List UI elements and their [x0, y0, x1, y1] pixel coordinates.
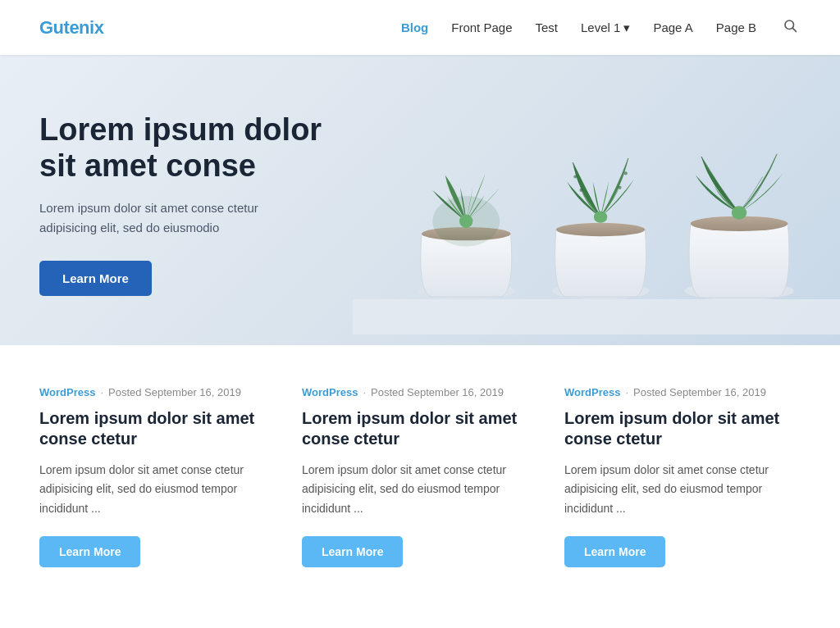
svg-point-9: [556, 223, 646, 236]
svg-point-13: [624, 171, 628, 175]
card-body: Lorem ipsum dolor sit amet conse ctetur …: [39, 461, 276, 517]
plants-svg: [353, 55, 840, 345]
blog-card: WordPress · Posted September 16, 2019 Lo…: [564, 386, 801, 573]
card-body: Lorem ipsum dolor sit amet conse ctetur …: [564, 461, 801, 517]
hero-title: Lorem ipsum dolorsit amet conse: [39, 112, 322, 184]
card-cta-button[interactable]: Learn More: [302, 536, 403, 567]
card-title: Lorem ipsum dolor sit amet conse ctetur: [564, 408, 801, 449]
site-logo[interactable]: Gutenix: [39, 17, 103, 39]
blog-section: WordPress · Posted September 16, 2019 Lo…: [0, 345, 840, 622]
card-meta: WordPress · Posted September 16, 2019: [564, 386, 801, 398]
nav-item-frontpage[interactable]: Front Page: [451, 20, 512, 34]
card-cta-button[interactable]: Learn More: [39, 536, 140, 567]
card-cta-button[interactable]: Learn More: [564, 536, 665, 567]
card-body: Lorem ipsum dolor sit amet conse ctetur …: [302, 461, 538, 517]
card-meta: WordPress · Posted September 16, 2019: [39, 386, 276, 398]
meta-dot: ·: [100, 386, 103, 398]
hero-content: Lorem ipsum dolorsit amet conse Lorem ip…: [39, 112, 322, 296]
chevron-down-icon: ▾: [623, 20, 630, 35]
svg-rect-19: [353, 299, 840, 334]
search-icon: [783, 18, 797, 33]
hero-description: Lorem ipsum dolor sit amet conse ctetur …: [39, 198, 302, 238]
main-nav: Blog Front Page Test Level 1 ▾ Page A Pa…: [401, 15, 801, 40]
svg-point-18: [732, 206, 746, 219]
nav-item-test[interactable]: Test: [536, 20, 559, 34]
card-date: Posted September 16, 2019: [371, 386, 504, 398]
card-title: Lorem ipsum dolor sit amet conse ctetur: [39, 408, 276, 449]
card-meta: WordPress · Posted September 16, 2019: [302, 386, 538, 398]
card-category[interactable]: WordPress: [564, 386, 620, 398]
svg-point-6: [459, 215, 472, 228]
hero-section: Lorem ipsum dolorsit amet conse Lorem ip…: [0, 55, 840, 345]
blog-card: WordPress · Posted September 16, 2019 Lo…: [39, 386, 276, 573]
svg-point-14: [594, 211, 607, 222]
svg-line-1: [792, 28, 796, 31]
nav-item-pageb[interactable]: Page B: [716, 20, 756, 34]
card-title: Lorem ipsum dolor sit amet conse ctetur: [302, 408, 538, 449]
site-header: Gutenix Blog Front Page Test Level 1 ▾ P…: [0, 0, 840, 55]
nav-item-level1[interactable]: Level 1 ▾: [581, 20, 630, 35]
hero-cta-button[interactable]: Learn More: [39, 261, 152, 296]
meta-dot: ·: [625, 386, 628, 398]
nav-item-pagea[interactable]: Page A: [653, 20, 692, 34]
svg-point-12: [619, 186, 622, 189]
svg-point-11: [573, 175, 577, 178]
meta-dot: ·: [363, 386, 366, 398]
nav-item-blog[interactable]: Blog: [401, 20, 428, 34]
card-category[interactable]: WordPress: [302, 386, 358, 398]
svg-point-10: [580, 189, 583, 192]
card-date: Posted September 16, 2019: [633, 386, 766, 398]
blog-card: WordPress · Posted September 16, 2019 Lo…: [302, 386, 538, 573]
blog-grid: WordPress · Posted September 16, 2019 Lo…: [39, 386, 801, 573]
search-button[interactable]: [779, 15, 801, 40]
card-category[interactable]: WordPress: [39, 386, 95, 398]
card-date: Posted September 16, 2019: [108, 386, 241, 398]
hero-plants-illustration: [353, 55, 840, 345]
